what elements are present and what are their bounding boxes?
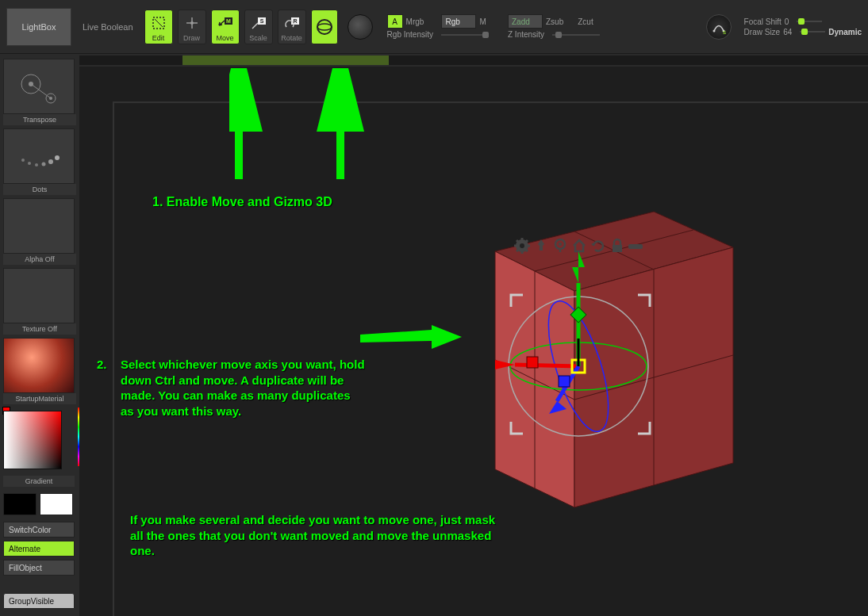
svg-point-1	[190, 21, 194, 25]
top-toolbar: LightBox Live Boolean Edit Draw M Move S…	[0, 0, 868, 54]
dots-label: Dots	[3, 184, 76, 195]
right-controls: s Focal Shift 0 Draw Size 64 Dynamic	[706, 14, 862, 40]
cube-subtool[interactable]	[416, 176, 749, 509]
svg-rect-45	[628, 244, 643, 249]
svg-point-17	[49, 97, 52, 100]
svg-rect-54	[559, 376, 570, 387]
rgb-button[interactable]: Rgb	[441, 14, 476, 29]
svg-point-19	[28, 162, 31, 165]
svg-rect-50	[527, 357, 538, 368]
move-button[interactable]: M Move	[211, 10, 240, 44]
z-intensity-slider[interactable]	[552, 34, 600, 36]
svg-point-21	[42, 163, 46, 166]
draw-size-slider[interactable]	[800, 31, 825, 33]
draw-icon	[184, 12, 200, 34]
svg-line-42	[517, 249, 519, 251]
svg-rect-44	[613, 245, 622, 252]
color-mode-group: A Mrgb Rgb M Rgb Intensity	[387, 14, 489, 39]
sticky-icon	[628, 244, 643, 249]
m-button[interactable]: M	[479, 17, 486, 26]
svg-point-43	[559, 243, 562, 246]
svg-point-8	[317, 20, 332, 34]
dots-stroke-thumb[interactable]: Dots	[3, 128, 76, 195]
swatch-pair	[3, 493, 76, 515]
main-color-swatch[interactable]	[3, 493, 36, 515]
rgb-intensity-label: Rgb Intensity	[387, 30, 433, 39]
focal-shift-label: Focal Shift	[744, 17, 782, 26]
gizmo3d-icon	[315, 12, 334, 42]
a-mode-button[interactable]: A	[387, 14, 403, 29]
svg-text:M: M	[226, 18, 231, 24]
mrgb-button[interactable]: Mrgb	[406, 17, 424, 26]
lightbox-button[interactable]: LightBox	[6, 8, 71, 46]
edit-icon	[151, 12, 167, 34]
color-picker[interactable]	[3, 407, 76, 473]
alpha-off-label: Alpha Off	[3, 254, 76, 265]
dynamic-toggle[interactable]: Dynamic	[828, 28, 862, 36]
transpose-label: Transpose	[3, 114, 76, 125]
z-mode-group: Zadd Zsub Zcut Z Intensity	[508, 14, 600, 39]
svg-point-23	[55, 155, 60, 160]
alpha-thumb[interactable]: Alpha Off	[3, 198, 76, 265]
draw-label: Draw	[183, 34, 200, 42]
svg-line-40	[525, 249, 528, 251]
timeline-strip[interactable]	[79, 55, 868, 65]
svg-point-22	[48, 159, 53, 164]
svg-line-41	[525, 240, 528, 243]
annotation-note: If you make several and decide you want …	[130, 512, 503, 559]
move-icon: M	[217, 12, 234, 34]
svg-point-9	[317, 24, 332, 30]
alternate-button[interactable]: Alternate	[3, 541, 75, 557]
annotation-step2-num: 2.	[97, 357, 107, 373]
annotation-step2: Select whichever move axis you want, hol…	[121, 357, 367, 419]
fill-object-button[interactable]: FillObject	[3, 560, 75, 576]
annotation-arrow-1	[229, 68, 388, 195]
focal-shift-slider[interactable]	[797, 21, 822, 22]
rgb-intensity-slider[interactable]	[441, 34, 489, 36]
scale-label: Scale	[249, 34, 267, 42]
live-boolean-toggle[interactable]: Live Boolean	[83, 22, 133, 32]
stroke-curve-icon[interactable]: s	[706, 14, 732, 40]
z-intensity-label: Z Intensity	[508, 30, 544, 39]
svg-point-10	[712, 29, 715, 32]
zcut-button[interactable]: Zcut	[578, 17, 593, 26]
edit-button[interactable]: Edit	[144, 10, 173, 44]
secondary-color-swatch[interactable]	[40, 493, 73, 515]
gizmo3d-button[interactable]	[311, 10, 338, 44]
viewport[interactable]: 1. Enable Move and Gizmo 3D 2. Select wh…	[79, 67, 868, 616]
scale-icon: S	[250, 12, 267, 34]
focal-shift-value: 0	[785, 17, 789, 26]
texture-off-label: Texture Off	[3, 323, 76, 335]
svg-point-18	[21, 159, 25, 162]
texture-thumb[interactable]: Texture Off	[3, 268, 76, 335]
svg-text:s: s	[723, 29, 726, 36]
rotate-icon: R	[283, 12, 301, 34]
group-visible-button[interactable]: GroupVisible	[3, 593, 75, 609]
gradient-label: Gradient	[3, 476, 75, 487]
draw-button[interactable]: Draw	[178, 10, 206, 44]
draw-size-value: 64	[783, 28, 792, 36]
gear-icon	[514, 238, 530, 254]
svg-text:S: S	[259, 18, 263, 24]
svg-line-15	[31, 84, 51, 98]
left-sidebar: Transpose Dots Alpha Off Texture Off Sta…	[0, 55, 79, 616]
zsub-button[interactable]: Zsub	[546, 17, 563, 26]
rotate-button[interactable]: R Rotate	[278, 10, 306, 44]
draw-size-label: Draw Size	[744, 28, 781, 36]
material-thumb[interactable]: StartupMaterial	[3, 338, 76, 404]
transpose-brush-thumb[interactable]: Transpose	[3, 59, 76, 125]
switch-color-button[interactable]: SwitchColor	[3, 522, 75, 538]
3d-canvas[interactable]: 1. Enable Move and Gizmo 3D 2. Select wh…	[113, 101, 868, 616]
rotate-label: Rotate	[281, 34, 302, 42]
shader-sphere-icon[interactable]	[348, 14, 373, 40]
svg-point-20	[35, 163, 38, 166]
edit-label: Edit	[152, 34, 165, 42]
svg-point-34	[520, 243, 524, 248]
annotation-step1: 1. Enable Move and Gizmo 3D	[152, 195, 332, 209]
scale-button[interactable]: S Scale	[244, 10, 273, 44]
startup-material-label: StartupMaterial	[3, 393, 76, 404]
zadd-button[interactable]: Zadd	[508, 14, 543, 29]
move-label: Move	[217, 34, 234, 42]
svg-line-39	[517, 240, 519, 243]
